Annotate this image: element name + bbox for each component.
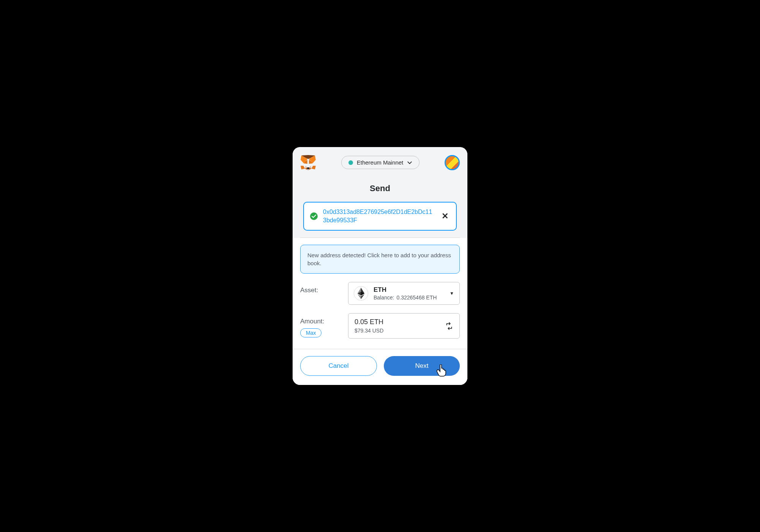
cancel-button[interactable]: Cancel <box>300 356 377 376</box>
header: Ethereum Mainnet Send 0x0d3313ad8E276925… <box>293 147 467 238</box>
svg-marker-2 <box>311 166 316 169</box>
recipient-address-text: 0x0d3313ad8E276925e6f2D1dE2bDc113bde9953… <box>323 208 435 225</box>
page-title: Send <box>300 172 460 202</box>
network-selector[interactable]: Ethereum Mainnet <box>341 156 420 169</box>
amount-secondary: $79.34 USD <box>355 328 445 334</box>
balance-value: 0.32265468 ETH <box>396 294 437 301</box>
asset-field-row: Asset: ETH Balance: 0.32265468 ETH ▼ <box>300 282 460 305</box>
check-circle-icon <box>310 212 318 220</box>
clear-address-button[interactable]: ✕ <box>440 211 450 221</box>
amount-field-row: Amount: Max 0.05 ETH $79.34 USD <box>300 313 460 339</box>
chevron-down-icon <box>407 160 412 165</box>
wallet-send-popup: Ethereum Mainnet Send 0x0d3313ad8E276925… <box>293 147 467 385</box>
amount-label: Amount: <box>300 318 342 325</box>
balance-label: Balance: <box>374 294 394 301</box>
asset-selector[interactable]: ETH Balance: 0.32265468 ETH ▼ <box>348 282 460 305</box>
next-button[interactable]: Next <box>384 356 460 376</box>
svg-marker-15 <box>307 167 309 169</box>
account-avatar[interactable] <box>445 155 460 170</box>
new-address-banner[interactable]: New address detected! Click here to add … <box>300 245 460 274</box>
ethereum-token-icon <box>354 286 368 301</box>
network-status-dot-icon <box>348 160 353 165</box>
amount-input[interactable]: 0.05 ETH $79.34 USD <box>348 313 460 339</box>
svg-marker-14 <box>307 169 309 170</box>
metamask-fox-icon <box>300 155 316 170</box>
network-name: Ethereum Mainnet <box>357 159 404 166</box>
asset-symbol: ETH <box>374 286 444 294</box>
recipient-address-field[interactable]: 0x0d3313ad8E276925e6f2D1dE2bDc113bde9953… <box>303 202 457 231</box>
footer: Cancel Next <box>293 349 467 385</box>
svg-marker-3 <box>301 166 305 169</box>
swap-currency-icon[interactable] <box>445 322 453 330</box>
amount-primary: 0.05 ETH <box>355 318 445 326</box>
caret-down-icon: ▼ <box>450 291 454 296</box>
max-button[interactable]: Max <box>300 328 321 337</box>
asset-label: Asset: <box>300 287 342 294</box>
